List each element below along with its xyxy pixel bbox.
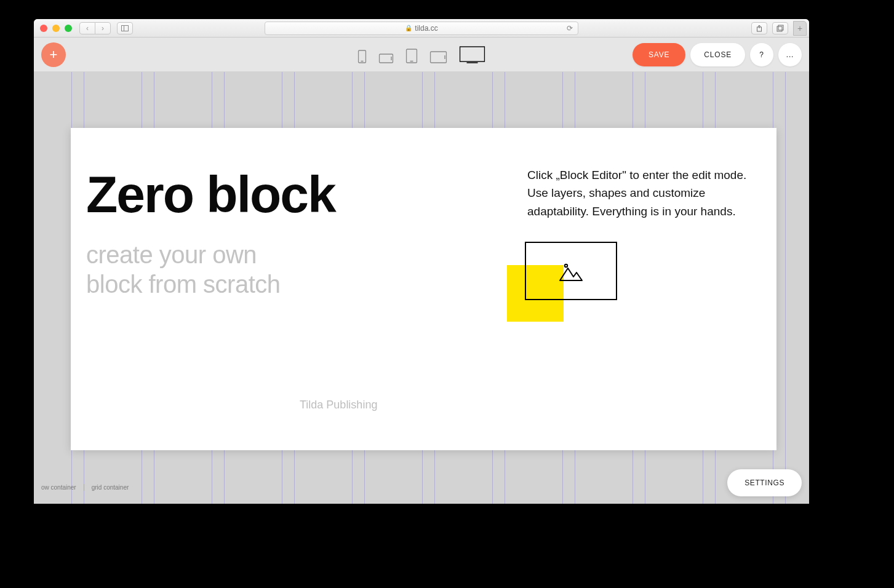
editor-canvas-area[interactable]: Zero block create your ownblock from scr… [34,72,809,504]
help-icon: ? [759,50,764,59]
settings-button[interactable]: SETTINGS [727,469,802,496]
svg-rect-1 [777,26,782,31]
url-host: tilda.cc [415,24,437,33]
close-button[interactable]: CLOSE [690,43,745,66]
close-window-icon[interactable] [40,25,47,32]
nav-buttons: ‹ › [79,22,111,34]
window-container-label[interactable]: ow container [34,484,84,491]
device-tablet-landscape[interactable] [430,51,447,63]
svg-rect-7 [407,49,417,63]
more-icon: ... [786,50,794,59]
url-bar[interactable]: 🔒 tilda.cc ⟳ [265,22,578,35]
tabs-button[interactable] [772,22,788,34]
svg-rect-2 [778,25,783,30]
window-controls [40,25,72,32]
editor-toolbar: + SAVE CLOSE ? ... [34,38,809,72]
grid-container-label[interactable]: grid container [84,484,137,491]
page-heading[interactable]: Zero block [86,165,335,224]
maximize-window-icon[interactable] [65,25,72,32]
back-button[interactable]: ‹ [79,22,95,34]
svg-rect-5 [380,54,393,63]
device-mobile-landscape[interactable] [379,54,394,63]
zero-block-canvas[interactable]: Zero block create your ownblock from scr… [71,128,776,450]
app-viewport: + SAVE CLOSE ? ... Zero block create you… [34,38,809,504]
plus-icon: + [50,47,58,63]
page-description[interactable]: Click „Block Editor" to enter the edit m… [527,166,750,220]
svg-rect-9 [431,52,447,63]
add-block-button[interactable]: + [41,42,66,67]
save-button[interactable]: SAVE [633,43,685,66]
sidebar-icon [121,25,129,31]
svg-point-13 [565,264,567,266]
forward-button[interactable]: › [95,22,111,34]
image-placeholder-frame[interactable] [525,242,617,300]
more-button[interactable]: ... [778,43,802,66]
device-mobile-portrait[interactable] [358,50,367,63]
browser-chrome: ‹ › 🔒 tilda.cc ⟳ + [34,19,809,38]
credit-text[interactable]: Tilda Publishing [300,399,377,411]
page-subheading[interactable]: create your ownblock from scratch [86,240,281,299]
device-desktop[interactable] [460,46,485,63]
illustration-group[interactable] [507,242,692,352]
new-tab-button[interactable]: + [793,21,807,36]
device-tablet-portrait[interactable] [406,49,418,63]
help-button[interactable]: ? [750,43,773,66]
svg-rect-11 [460,47,485,62]
reload-icon[interactable]: ⟳ [567,24,573,33]
sidebar-toggle-button[interactable] [117,22,133,34]
browser-window: ‹ › 🔒 tilda.cc ⟳ + + [34,19,809,504]
image-icon [559,261,583,282]
share-button[interactable] [751,22,767,34]
container-labels: ow container grid container [34,484,136,491]
device-preview-switcher [358,46,485,63]
lock-icon: 🔒 [405,25,412,31]
minimize-window-icon[interactable] [52,25,60,32]
